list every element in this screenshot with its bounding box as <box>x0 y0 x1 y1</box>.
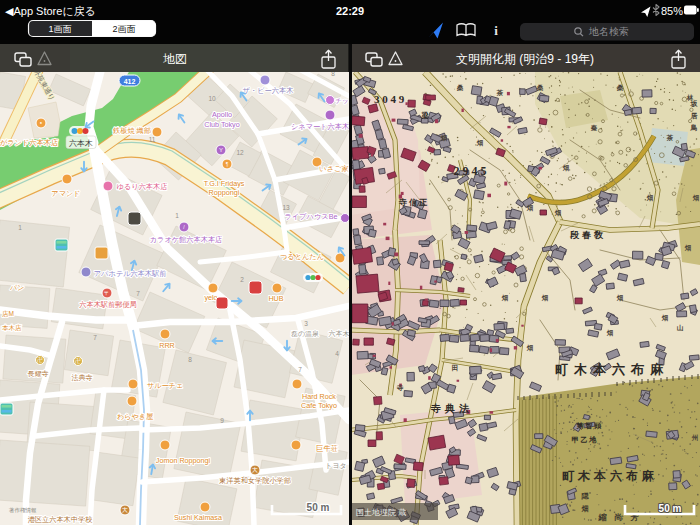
svg-text:著作権情報: 著作権情報 <box>9 507 37 514</box>
svg-text:鳥: 鳥 <box>690 124 698 132</box>
svg-text:大: 大 <box>122 506 128 513</box>
svg-text:畑: 畑 <box>541 294 549 302</box>
svg-text:町木本六布麻: 町木本六布麻 <box>562 469 658 483</box>
svg-text:店M: 店M <box>2 310 14 318</box>
svg-text:サルーチェ: サルーチェ <box>147 381 184 390</box>
svg-text:茶: 茶 <box>666 134 674 142</box>
svg-text:2: 2 <box>240 276 244 283</box>
svg-text:つるとんたん: つるとんたん <box>280 252 324 261</box>
svg-text:六本木: 六本木 <box>329 330 350 337</box>
svg-text:Cafe Tokyo: Cafe Tokyo <box>301 401 337 410</box>
svg-text:がランド六本木店: がランド六本木店 <box>0 138 58 147</box>
svg-text:10: 10 <box>208 95 216 102</box>
svg-text:畑: 畑 <box>562 164 570 172</box>
svg-text:長耀寺: 長耀寺 <box>28 370 49 378</box>
svg-text:ゆるり六本木店: ゆるり六本木店 <box>117 182 168 191</box>
svg-text:東洋英和女学院小学部: 東洋英和女学院小学部 <box>219 476 291 485</box>
svg-text:ザ・ビー六本木: ザ・ビー六本木 <box>243 86 294 95</box>
svg-text:茶: 茶 <box>496 89 504 97</box>
svg-text:畑: 畑 <box>692 194 700 202</box>
svg-text:2 9 4 5: 2 9 4 5 <box>454 164 487 178</box>
svg-text:段春敎: 段春敎 <box>569 230 606 240</box>
svg-text:¶: ¶ <box>226 161 229 167</box>
svg-text:畑: 畑 <box>684 244 692 252</box>
svg-text:梁: 梁 <box>421 111 429 120</box>
svg-text:法典寺: 法典寺 <box>72 374 93 382</box>
svg-text:アマンド: アマンド <box>51 189 80 198</box>
svg-text:RRR: RRR <box>159 341 175 350</box>
svg-text:畑: 畑 <box>616 294 624 302</box>
svg-text:7: 7 <box>93 334 97 341</box>
svg-text:町木本六布麻: 町木本六布麻 <box>555 362 669 377</box>
svg-text:畑: 畑 <box>554 209 562 217</box>
svg-text:トヨタ: トヨタ <box>325 462 347 470</box>
svg-text:アパホテル六本木駅前: アパホテル六本木駅前 <box>94 269 167 278</box>
svg-text:50 m: 50 m <box>307 502 330 513</box>
svg-text:1画面: 1画面 <box>48 24 71 34</box>
svg-text:畑: 畑 <box>581 505 589 513</box>
svg-text:12: 12 <box>236 149 244 156</box>
svg-text:7: 7 <box>298 366 302 373</box>
svg-text:山: 山 <box>677 324 684 332</box>
svg-text:Jomon Roppongi: Jomon Roppongi <box>156 456 211 465</box>
svg-text:9: 9 <box>220 417 224 424</box>
svg-text:〒: 〒 <box>104 290 110 296</box>
svg-text:畑: 畑 <box>476 139 484 147</box>
svg-text:いさご家: いさご家 <box>319 164 348 173</box>
svg-text:畑: 畑 <box>606 329 614 337</box>
svg-text:HUB: HUB <box>268 294 283 303</box>
svg-text:3 0 4 9: 3 0 4 9 <box>374 93 405 105</box>
svg-text:本木店: 本木店 <box>2 324 22 332</box>
svg-text:13: 13 <box>282 204 290 211</box>
svg-text:大: 大 <box>252 466 258 473</box>
svg-text:港区立六本木中学校: 港区立六本木中学校 <box>28 515 93 524</box>
svg-text:寺典法: 寺典法 <box>430 403 473 414</box>
svg-text:第智頭: 第智頭 <box>576 422 604 430</box>
svg-text:8: 8 <box>331 72 335 77</box>
svg-text:◀App Storeに戻る: ◀App Storeに戻る <box>5 5 96 17</box>
svg-text:チッ: チッ <box>335 97 348 104</box>
svg-text:坂: 坂 <box>690 99 699 108</box>
svg-text:国土地理院 蔵: 国土地理院 蔵 <box>356 508 406 517</box>
svg-text:居: 居 <box>690 112 698 120</box>
svg-text:22:29: 22:29 <box>336 5 364 17</box>
svg-text:パン: パン <box>9 284 24 291</box>
svg-text:Apollo: Apollo <box>212 110 232 119</box>
svg-text:桑: 桑 <box>457 84 464 92</box>
svg-text:3: 3 <box>304 320 308 327</box>
svg-text:畑: 畑 <box>440 134 448 142</box>
svg-text:T.G.I Fridays: T.G.I Fridays <box>204 179 245 188</box>
svg-text:鉄板焼 織部: 鉄板焼 織部 <box>113 126 151 135</box>
svg-text:巨牛荘: 巨牛荘 <box>316 444 338 453</box>
svg-text:Hard Rock: Hard Rock <box>302 392 336 401</box>
svg-text:畑: 畑 <box>526 344 534 352</box>
svg-text:桑: 桑 <box>537 84 544 92</box>
svg-text:州: 州 <box>691 434 699 441</box>
svg-text:i: i <box>494 23 498 38</box>
svg-text:11: 11 <box>149 136 156 143</box>
svg-text:Sushi Kaimasa: Sushi Kaimasa <box>174 513 222 522</box>
svg-text:7: 7 <box>136 290 140 297</box>
svg-text:文明開化期 (明治9 - 19年): 文明開化期 (明治9 - 19年) <box>456 52 594 66</box>
svg-text:Club Tokyo: Club Tokyo <box>204 120 239 129</box>
svg-text:六本木駅前郵便局: 六本木駅前郵便局 <box>79 300 137 309</box>
svg-text:六本木: 六本木 <box>69 139 93 148</box>
svg-text:畑: 畑 <box>501 294 509 302</box>
svg-text:シネマート六本木: シネマート六本木 <box>291 122 349 131</box>
svg-text:わらやき屋: わらやき屋 <box>117 412 154 421</box>
svg-text:甲乙地: 甲乙地 <box>572 436 599 444</box>
svg-text:畑: 畑 <box>661 314 669 322</box>
svg-text:カラオケ館六本木本店: カラオケ館六本木本店 <box>150 235 223 244</box>
svg-text:1: 1 <box>18 224 22 231</box>
svg-text:桑: 桑 <box>617 84 624 92</box>
svg-text:秦: 秦 <box>591 124 598 132</box>
svg-text:Y: Y <box>219 147 223 153</box>
svg-text:2画面: 2画面 <box>112 24 135 34</box>
svg-text:寺信正: 寺信正 <box>398 198 429 207</box>
svg-text:隠: 隠 <box>582 492 590 500</box>
svg-text:50 m: 50 m <box>659 503 682 514</box>
svg-text:磊の温泉: 磊の温泉 <box>291 330 319 338</box>
svg-text:ライブハウスBe: ライブハウスBe <box>285 212 338 221</box>
svg-text:地図: 地図 <box>163 52 187 66</box>
svg-text:田: 田 <box>452 364 459 372</box>
